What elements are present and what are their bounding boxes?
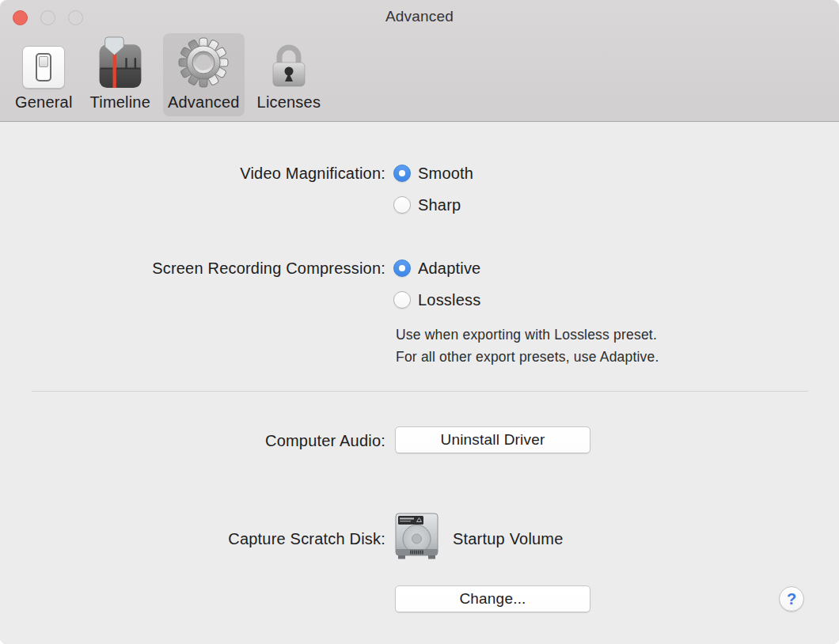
tab-label: Timeline (90, 93, 150, 112)
computer-audio-label: Computer Audio: (265, 431, 385, 450)
radio-label: Adaptive (418, 259, 480, 278)
hard-disk-icon (394, 513, 439, 560)
toolbar: General (10, 33, 325, 116)
uninstall-driver-button[interactable]: Uninstall Driver (395, 426, 590, 453)
scratch-disk-value: Startup Volume (453, 529, 564, 548)
radio-button[interactable] (393, 196, 411, 214)
change-button[interactable]: Change... (395, 585, 590, 612)
radio-option-lossless[interactable]: Lossless (393, 290, 480, 309)
tab-label: General (15, 93, 73, 112)
tab-label: Licenses (257, 93, 321, 112)
radio-label: Lossless (418, 291, 480, 309)
compression-note-line2: For all other export presets, use Adapti… (396, 346, 659, 368)
tab-advanced[interactable]: Advanced (163, 33, 245, 116)
gear-icon (177, 36, 230, 89)
radio-button[interactable] (393, 291, 411, 309)
compression-note: Use when exporting with Lossless preset.… (396, 324, 659, 368)
tab-label: Advanced (168, 93, 240, 112)
timeline-playhead-icon (97, 36, 143, 89)
capture-scratch-disk-label: Capture Scratch Disk: (228, 529, 385, 548)
radio-label: Smooth (418, 165, 473, 183)
compression-note-line1: Use when exporting with Lossless preset. (396, 324, 659, 346)
radio-button[interactable] (393, 259, 411, 277)
radio-option-adaptive[interactable]: Adaptive (393, 259, 480, 278)
screen-recording-compression-label: Screen Recording Compression: (152, 259, 385, 278)
tab-timeline[interactable]: Timeline (85, 33, 155, 116)
preferences-window: Advanced General (0, 0, 839, 644)
padlock-icon (267, 36, 311, 89)
tab-licenses[interactable]: Licenses (252, 33, 326, 116)
window-title: Advanced (0, 8, 839, 25)
video-magnification-label: Video Magnification: (240, 164, 385, 183)
titlebar-toolbar: Advanced General (0, 0, 839, 122)
section-divider (32, 391, 808, 392)
radio-label: Sharp (418, 196, 461, 214)
content-area: Video Magnification: Smooth Sharp Screen… (0, 123, 839, 644)
radio-button[interactable] (393, 165, 411, 182)
tab-general[interactable]: General (10, 33, 78, 116)
light-switch-icon (22, 36, 65, 89)
radio-option-smooth[interactable]: Smooth (393, 164, 473, 183)
help-button[interactable]: ? (779, 586, 804, 612)
radio-option-sharp[interactable]: Sharp (393, 195, 461, 214)
